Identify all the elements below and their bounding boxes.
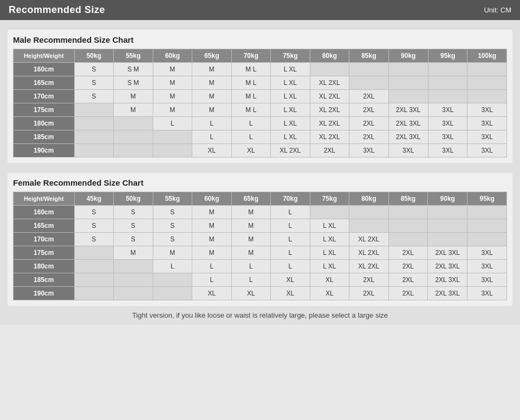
size-cell: L <box>271 219 310 233</box>
size-cell: 3XL <box>467 246 507 260</box>
size-cell: L XL <box>271 117 310 130</box>
size-cell <box>74 260 114 273</box>
size-cell: XL <box>231 287 271 300</box>
size-cell <box>428 233 467 246</box>
size-cell: 2XL <box>349 103 389 117</box>
size-cell: 3XL <box>349 144 389 158</box>
size-cell <box>114 260 153 273</box>
col-header-cell: 90kg <box>428 192 467 206</box>
header: Recommended Size Unit: CM <box>0 0 520 20</box>
height-cell: 175cm <box>14 246 75 260</box>
size-cell <box>428 219 467 233</box>
size-cell: 3XL <box>467 130 507 144</box>
size-cell <box>428 63 467 76</box>
size-cell: L XL <box>310 260 349 273</box>
col-header-cell: 80kg <box>310 49 349 63</box>
size-cell <box>467 233 507 246</box>
size-cell <box>388 76 428 90</box>
col-header-cell: 95kg <box>428 49 467 63</box>
page: Recommended Size Unit: CM Male Recommend… <box>0 0 520 325</box>
size-cell: M <box>153 63 192 76</box>
height-cell: 160cm <box>14 206 75 219</box>
size-cell: XL 2XL <box>310 90 349 103</box>
male-section-title: Male Recommended Size Chart <box>13 35 507 44</box>
size-cell: L <box>231 117 271 130</box>
height-cell: 190cm <box>14 287 75 300</box>
size-cell: 2XL <box>388 273 428 287</box>
size-cell <box>349 63 389 76</box>
table-row: 185cmLLL XLXL 2XL2XL2XL 3XL3XL3XL <box>14 130 507 144</box>
size-cell <box>349 76 389 90</box>
size-cell: S M <box>114 63 153 76</box>
size-cell: XL <box>271 273 310 287</box>
col-header-cell: 50kg <box>114 192 153 206</box>
table-row: 180cmLLLLL XLXL 2XL2XL2XL 3XL3XL <box>14 260 507 273</box>
col-header-cell: 65kg <box>192 49 232 63</box>
size-cell: S <box>74 76 114 90</box>
size-cell <box>114 130 153 144</box>
col-height-weight: Height/Weight <box>14 192 75 206</box>
size-cell: L <box>231 273 271 287</box>
size-cell: M L <box>231 103 271 117</box>
size-cell: M L <box>231 90 271 103</box>
size-cell: M <box>192 233 232 246</box>
col-header-cell: 75kg <box>310 192 349 206</box>
size-cell <box>467 219 507 233</box>
col-header-cell: 65kg <box>231 192 271 206</box>
size-cell: M L <box>231 63 271 76</box>
size-cell: 2XL <box>349 90 389 103</box>
size-cell: 2XL <box>388 260 428 273</box>
size-cell: S M <box>114 76 153 90</box>
size-cell: 2XL <box>349 117 389 130</box>
size-cell: M <box>153 246 192 260</box>
size-cell: S <box>153 233 192 246</box>
size-cell <box>467 76 507 90</box>
size-cell: L <box>271 246 310 260</box>
size-cell: 3XL <box>388 144 428 158</box>
size-cell <box>74 287 114 300</box>
size-cell <box>349 219 389 233</box>
size-cell: S <box>74 90 114 103</box>
size-cell: XL <box>271 287 310 300</box>
size-cell: L XL <box>310 246 349 260</box>
size-cell: L <box>153 260 192 273</box>
size-cell: XL 2XL <box>310 103 349 117</box>
col-header-cell: 70kg <box>271 192 310 206</box>
col-header-cell: 45kg <box>74 192 114 206</box>
size-cell: L <box>231 130 271 144</box>
size-cell: L <box>271 206 310 219</box>
height-cell: 180cm <box>14 117 75 130</box>
size-cell: L <box>192 273 232 287</box>
size-cell <box>388 219 428 233</box>
size-cell: M <box>192 90 232 103</box>
size-cell: 2XL 3XL <box>388 130 428 144</box>
table-row: 175cmMMMMLL XLXL 2XL2XL2XL 3XL3XL <box>14 246 507 260</box>
size-cell: M <box>153 103 192 117</box>
col-header-cell: 55kg <box>153 192 192 206</box>
size-cell: M <box>192 246 232 260</box>
size-cell: 2XL <box>349 287 389 300</box>
table-row: 190cmXLXLXL 2XL2XL3XL3XL3XL3XL <box>14 144 507 158</box>
table-row: 165cmSSSMMLL XL <box>14 219 507 233</box>
size-cell: L <box>192 260 232 273</box>
size-cell: S <box>114 206 153 219</box>
size-cell: S <box>153 219 192 233</box>
size-cell: 3XL <box>428 117 467 130</box>
size-cell: 3XL <box>428 144 467 158</box>
col-header-cell: 100kg <box>467 49 507 63</box>
table-row: 175cmMMMM LL XLXL 2XL2XL2XL 3XL3XL3XL <box>14 103 507 117</box>
size-cell <box>74 273 114 287</box>
col-header-cell: 95kg <box>467 192 507 206</box>
size-cell <box>388 206 428 219</box>
height-cell: 160cm <box>14 63 75 76</box>
header-unit: Unit: CM <box>484 6 511 14</box>
size-cell <box>428 206 467 219</box>
size-cell: 2XL 3XL <box>428 273 467 287</box>
col-header-cell: 85kg <box>388 192 428 206</box>
size-cell <box>74 246 114 260</box>
col-header-cell: 50kg <box>74 49 114 63</box>
col-header-cell: 55kg <box>114 49 153 63</box>
height-cell: 185cm <box>14 130 75 144</box>
table-row: 160cmSS MMMM LL XL <box>14 63 507 76</box>
size-cell: M <box>231 219 271 233</box>
